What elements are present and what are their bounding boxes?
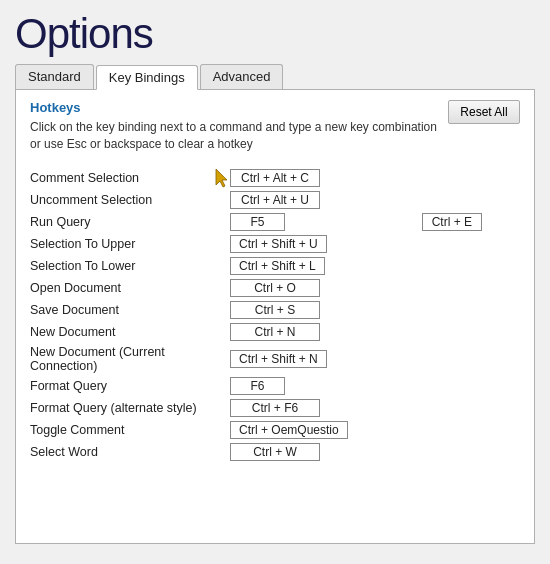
command-label: Format Query (alternate style) (30, 397, 230, 419)
table-row: New Document (Current Connection) Ctrl +… (30, 343, 520, 375)
key-binding-box[interactable]: F5 (230, 213, 285, 231)
reset-all-button[interactable]: Reset All (448, 100, 520, 124)
command-label: Selection To Lower (30, 255, 230, 277)
command-label: Format Query (30, 375, 230, 397)
top-row: Hotkeys Click on the key binding next to… (30, 100, 520, 161)
key-alt-cell (418, 233, 520, 255)
bindings-table: Comment Selection Ctrl + Alt + C Uncomme… (30, 167, 520, 463)
key-cell: Ctrl + Shift + U (230, 233, 418, 255)
key-cell: Ctrl + OemQuestio (230, 419, 418, 441)
command-label: Run Query (30, 211, 230, 233)
key-alt-cell (418, 441, 520, 463)
page-title: Options (15, 10, 535, 58)
table-row: Save Document Ctrl + S (30, 299, 520, 321)
command-label: New Document (Current Connection) (30, 343, 230, 375)
command-label: New Document (30, 321, 230, 343)
key-alt-cell (418, 189, 520, 211)
key-alt-cell (418, 375, 520, 397)
key-alt-cell (418, 343, 520, 375)
tab-content: Hotkeys Click on the key binding next to… (15, 90, 535, 544)
key-cell: F6 (230, 375, 418, 397)
command-label: Toggle Comment (30, 419, 230, 441)
key-cell: Ctrl + F6 (230, 397, 418, 419)
key-cell: Ctrl + Alt + C (230, 167, 418, 189)
key-cell: Ctrl + S (230, 299, 418, 321)
key-binding-box[interactable]: Ctrl + Shift + U (230, 235, 327, 253)
table-row: Selection To Lower Ctrl + Shift + L (30, 255, 520, 277)
options-page: Options Standard Key Bindings Advanced H… (0, 0, 550, 564)
key-cell: Ctrl + N (230, 321, 418, 343)
key-cell: F5 (230, 211, 418, 233)
table-row: Selection To Upper Ctrl + Shift + U (30, 233, 520, 255)
table-row: Toggle Comment Ctrl + OemQuestio (30, 419, 520, 441)
key-alt-cell (418, 321, 520, 343)
tab-standard[interactable]: Standard (15, 64, 94, 89)
key-alt-cell: Ctrl + E (418, 211, 520, 233)
key-binding-box[interactable]: Ctrl + OemQuestio (230, 421, 348, 439)
command-label: Uncomment Selection (30, 189, 230, 211)
command-label: Select Word (30, 441, 230, 463)
key-binding-box[interactable]: Ctrl + Alt + C (230, 169, 320, 187)
help-block: Hotkeys Click on the key binding next to… (30, 100, 438, 161)
table-row: Run Query F5 Ctrl + E (30, 211, 520, 233)
command-label: Selection To Upper (30, 233, 230, 255)
table-row: New Document Ctrl + N (30, 321, 520, 343)
help-text: Click on the key binding next to a comma… (30, 119, 438, 153)
cursor-icon (214, 167, 232, 189)
key-binding-alt-box[interactable]: Ctrl + E (422, 213, 482, 231)
key-cell: Ctrl + O (230, 277, 418, 299)
key-alt-cell (418, 255, 520, 277)
key-binding-box[interactable]: Ctrl + S (230, 301, 320, 319)
table-row: Format Query (alternate style) Ctrl + F6 (30, 397, 520, 419)
command-label: Comment Selection (30, 167, 230, 189)
key-cell: Ctrl + Shift + N (230, 343, 418, 375)
command-label: Save Document (30, 299, 230, 321)
svg-marker-0 (216, 169, 227, 187)
key-cell: Ctrl + W (230, 441, 418, 463)
table-row: Format Query F6 (30, 375, 520, 397)
key-alt-cell (418, 419, 520, 441)
key-alt-cell (418, 299, 520, 321)
tab-key-bindings[interactable]: Key Bindings (96, 65, 198, 90)
key-cell: Ctrl + Alt + U (230, 189, 418, 211)
section-title: Hotkeys (30, 100, 438, 115)
key-alt-cell (418, 397, 520, 419)
key-alt-cell (418, 277, 520, 299)
key-binding-box[interactable]: Ctrl + O (230, 279, 320, 297)
key-binding-box[interactable]: Ctrl + F6 (230, 399, 320, 417)
table-row: Open Document Ctrl + O (30, 277, 520, 299)
tab-bar: Standard Key Bindings Advanced (15, 64, 535, 90)
key-binding-box[interactable]: Ctrl + Shift + L (230, 257, 325, 275)
key-alt-cell (418, 167, 520, 189)
command-label: Open Document (30, 277, 230, 299)
key-binding-box[interactable]: F6 (230, 377, 285, 395)
table-row: Uncomment Selection Ctrl + Alt + U (30, 189, 520, 211)
key-binding-box[interactable]: Ctrl + Shift + N (230, 350, 327, 368)
table-row: Comment Selection Ctrl + Alt + C (30, 167, 520, 189)
table-row: Select Word Ctrl + W (30, 441, 520, 463)
key-cell: Ctrl + Shift + L (230, 255, 418, 277)
tab-advanced[interactable]: Advanced (200, 64, 284, 89)
key-binding-box[interactable]: Ctrl + N (230, 323, 320, 341)
key-binding-box[interactable]: Ctrl + Alt + U (230, 191, 320, 209)
key-binding-box[interactable]: Ctrl + W (230, 443, 320, 461)
